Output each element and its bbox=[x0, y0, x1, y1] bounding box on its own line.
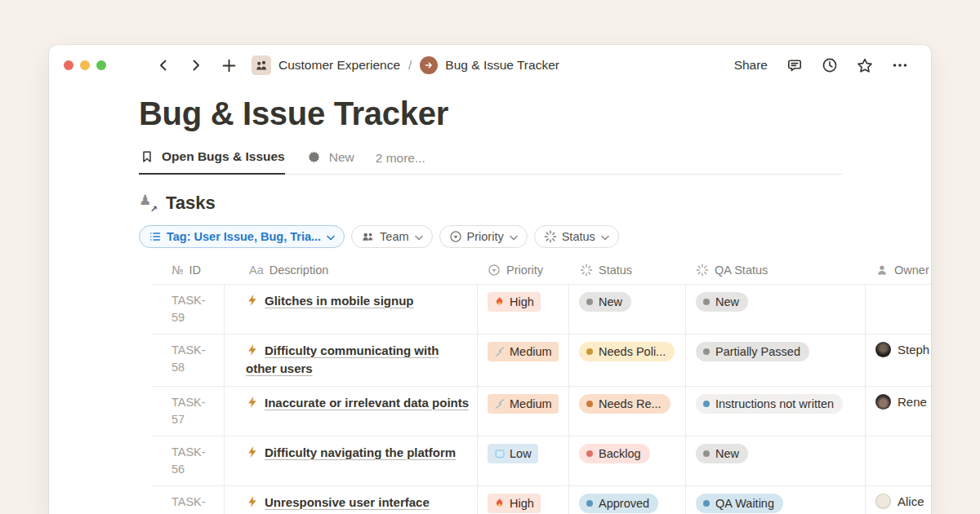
task-description[interactable]: Difficulty communicating with other user… bbox=[246, 343, 439, 376]
share-button[interactable]: Share bbox=[734, 58, 768, 73]
qa-status-cell[interactable]: New bbox=[686, 436, 866, 485]
table-row[interactable]: TASK-59 Glitches in mobile signup High N… bbox=[152, 284, 931, 334]
status-cell[interactable]: Needs Poli... bbox=[569, 335, 686, 386]
id-cell[interactable]: TASK-58 bbox=[152, 335, 225, 386]
task-id: TASK-59 bbox=[172, 294, 206, 324]
filter-status[interactable]: Status bbox=[534, 225, 619, 248]
tab-label: New bbox=[329, 150, 354, 165]
owner-cell[interactable]: Rene bbox=[866, 387, 931, 436]
qa-status-chip[interactable]: New bbox=[696, 444, 748, 463]
priority-cell[interactable]: High bbox=[478, 486, 569, 514]
description-cell[interactable]: Difficulty communicating with other user… bbox=[225, 335, 478, 386]
back-icon[interactable] bbox=[155, 57, 172, 73]
task-id: TASK-56 bbox=[172, 445, 206, 476]
lightning-bolt-icon bbox=[246, 495, 259, 508]
status-chip[interactable]: Needs Poli... bbox=[579, 342, 675, 361]
description-cell[interactable]: Inaccurate or irrelevant data points bbox=[225, 387, 478, 436]
qa-status-cell[interactable]: QA Waiting bbox=[686, 486, 866, 514]
close-window-button[interactable] bbox=[64, 60, 74, 70]
table-row[interactable]: TASK- Unresponsive user interface High A… bbox=[152, 485, 931, 514]
qa-status-dot bbox=[703, 450, 710, 457]
priority-chip[interactable]: Medium bbox=[488, 342, 559, 361]
status-chip[interactable]: Backlog bbox=[579, 444, 650, 463]
priority-cell[interactable]: High bbox=[478, 285, 569, 334]
description-cell[interactable]: Difficulty navigating the platform bbox=[225, 436, 478, 485]
column-header-status[interactable]: Status bbox=[569, 256, 686, 284]
filter-team[interactable]: Team bbox=[351, 225, 432, 248]
owner-cell[interactable] bbox=[866, 436, 931, 485]
id-cell[interactable]: TASK-56 bbox=[152, 436, 225, 485]
column-header-id[interactable]: № ID bbox=[152, 256, 225, 284]
table-row[interactable]: TASK-56 Difficulty navigating the platfo… bbox=[152, 436, 931, 485]
id-cell[interactable]: TASK-59 bbox=[152, 285, 225, 334]
qa-status-chip[interactable]: New bbox=[696, 292, 748, 312]
linked-database-pawn-icon: ♟↗ bbox=[139, 193, 158, 214]
window-topbar: Customer Experience / Bug & Issue Tracke… bbox=[49, 45, 931, 86]
status-chip[interactable]: New bbox=[579, 292, 631, 312]
tab-more[interactable]: 2 more... bbox=[376, 151, 425, 174]
status-cell[interactable]: Needs Re... bbox=[569, 387, 686, 436]
priority-chip[interactable]: Low bbox=[488, 444, 538, 463]
qa-status-chip[interactable]: Partially Passed bbox=[696, 342, 809, 361]
task-description[interactable]: Inaccurate or irrelevant data points bbox=[265, 396, 469, 410]
priority-chip[interactable]: High bbox=[488, 292, 541, 312]
id-cell[interactable]: TASK- bbox=[152, 486, 225, 514]
column-header-priority[interactable]: Priority bbox=[478, 256, 569, 284]
column-header-qa-status[interactable]: QA Status bbox=[686, 256, 866, 284]
minimize-window-button[interactable] bbox=[80, 60, 90, 70]
column-header-owner[interactable]: Owner bbox=[866, 256, 931, 284]
status-cell[interactable]: Backlog bbox=[569, 436, 686, 485]
filter-tag[interactable]: Tag: User Issue, Bug, Tria... bbox=[139, 225, 345, 248]
workspace-icon[interactable] bbox=[252, 55, 271, 75]
chevron-down-icon bbox=[601, 230, 609, 243]
breadcrumb-workspace[interactable]: Customer Experience bbox=[278, 58, 400, 73]
tab-new[interactable]: New bbox=[306, 149, 354, 174]
priority-chip[interactable]: Medium bbox=[488, 394, 559, 414]
priority-cell[interactable]: Medium bbox=[478, 387, 569, 436]
list-icon bbox=[149, 230, 162, 243]
table-row[interactable]: TASK-57 Inaccurate or irrelevant data po… bbox=[152, 386, 931, 436]
qa-status-cell[interactable]: Instructions not written bbox=[686, 387, 866, 436]
priority-chip[interactable]: High bbox=[488, 494, 541, 513]
section-title[interactable]: Tasks bbox=[166, 193, 216, 214]
tab-open-bugs-issues[interactable]: Open Bugs & Issues bbox=[139, 148, 285, 175]
description-cell[interactable]: Unresponsive user interface bbox=[225, 486, 478, 514]
task-description[interactable]: Difficulty navigating the platform bbox=[265, 445, 456, 459]
spinner-icon bbox=[696, 264, 709, 277]
comments-icon[interactable] bbox=[786, 57, 803, 73]
status-chip[interactable]: Needs Re... bbox=[579, 394, 670, 414]
id-cell[interactable]: TASK-57 bbox=[152, 387, 225, 436]
table-row[interactable]: TASK-58 Difficulty communicating with ot… bbox=[152, 334, 931, 386]
filter-priority[interactable]: Priority bbox=[439, 225, 528, 248]
task-id: TASK-58 bbox=[172, 343, 206, 374]
status-cell[interactable]: New bbox=[569, 285, 686, 334]
new-page-icon[interactable] bbox=[220, 57, 237, 73]
description-cell[interactable]: Glitches in mobile signup bbox=[225, 285, 478, 334]
qa-status-chip[interactable]: QA Waiting bbox=[696, 494, 783, 513]
task-description[interactable]: Unresponsive user interface bbox=[265, 495, 430, 509]
owner-cell[interactable]: Steph bbox=[866, 335, 931, 386]
qa-status-chip[interactable]: Instructions not written bbox=[696, 394, 843, 414]
column-label: ID bbox=[189, 264, 202, 277]
owner-cell[interactable]: Alice bbox=[866, 486, 931, 514]
forward-icon[interactable] bbox=[188, 57, 204, 73]
qa-status-label: New bbox=[715, 447, 739, 460]
task-description[interactable]: Glitches in mobile signup bbox=[265, 294, 414, 308]
priority-cell[interactable]: Low bbox=[478, 436, 569, 485]
breadcrumb-page[interactable]: Bug & Issue Tracker bbox=[445, 58, 559, 73]
qa-status-cell[interactable]: New bbox=[686, 285, 866, 334]
qa-status-cell[interactable]: Partially Passed bbox=[686, 335, 866, 386]
owner-cell[interactable] bbox=[866, 285, 931, 334]
priority-cell[interactable]: Medium bbox=[478, 335, 569, 386]
clock-icon[interactable] bbox=[822, 57, 838, 73]
priority-target-icon bbox=[449, 230, 462, 243]
column-header-description[interactable]: Aa Description bbox=[225, 256, 478, 284]
star-icon[interactable] bbox=[857, 57, 873, 73]
ellipsis-icon[interactable] bbox=[892, 57, 908, 73]
status-cell[interactable]: Approved bbox=[569, 486, 686, 514]
page-emoji-icon[interactable] bbox=[420, 56, 438, 74]
zoom-window-button[interactable] bbox=[96, 60, 106, 70]
sidebar-toggle-icon[interactable] bbox=[124, 57, 139, 73]
tab-label: Open Bugs & Issues bbox=[162, 149, 285, 164]
status-chip[interactable]: Approved bbox=[579, 494, 658, 513]
